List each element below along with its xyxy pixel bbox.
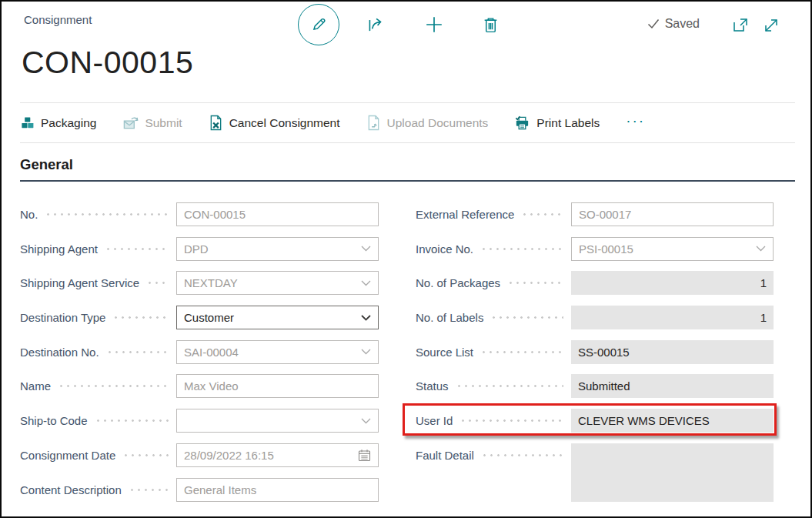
name-field: Max Video bbox=[176, 374, 379, 398]
field-row-destination-type: Destination Type Customer bbox=[20, 306, 379, 329]
edit-button[interactable] bbox=[298, 4, 339, 45]
field-label: External Reference bbox=[416, 202, 514, 226]
consignment-date-field: 28/09/2022 16:15 bbox=[176, 443, 379, 467]
field-row-no-of-labels: No. of Labels 1 bbox=[416, 306, 774, 329]
action-bar: Packaging Submit Cancel C bbox=[20, 103, 645, 142]
dotted-leader bbox=[480, 340, 563, 364]
divider bbox=[20, 142, 795, 143]
field-label: Fault Detail bbox=[416, 443, 474, 467]
content-description-field: General Items bbox=[176, 478, 379, 502]
submit-icon bbox=[122, 115, 139, 131]
saved-label: Saved bbox=[665, 17, 700, 31]
ship-to-code-dropdown bbox=[176, 409, 379, 433]
upload-documents-icon bbox=[366, 115, 381, 131]
dotted-leader bbox=[480, 237, 563, 261]
action-label: Print Labels bbox=[536, 116, 600, 130]
packaging-button[interactable]: Packaging bbox=[20, 115, 96, 130]
action-label: Upload Documents bbox=[387, 116, 489, 130]
pencil-icon bbox=[310, 16, 327, 33]
field-row-consignment-date: Consignment Date 28/09/2022 16:15 bbox=[20, 443, 379, 467]
page-title: CON-00015 bbox=[22, 45, 193, 81]
calendar-icon bbox=[358, 449, 371, 462]
field-label: No. of Labels bbox=[416, 306, 483, 329]
field-row-shipping-agent-service: Shipping Agent Service NEXTDAY bbox=[20, 271, 379, 295]
delete-button[interactable] bbox=[480, 14, 501, 35]
destination-no-dropdown: SAI-00004 bbox=[176, 340, 379, 364]
dotted-leader bbox=[105, 237, 169, 261]
dotted-leader bbox=[45, 202, 169, 226]
plus-icon bbox=[425, 15, 443, 34]
section-title: General bbox=[20, 156, 795, 173]
dotted-leader bbox=[122, 443, 169, 467]
shipping-agent-dropdown: DPD bbox=[176, 237, 379, 261]
source-list-value: SS-00015 bbox=[571, 340, 774, 364]
field-row-external-reference: External Reference SO-00017 bbox=[416, 202, 774, 226]
fault-detail-value bbox=[571, 443, 774, 502]
field-row-no: No. CON-00015 bbox=[20, 202, 379, 226]
user-id-value: CLEVER WMS DEVICES bbox=[571, 409, 774, 433]
dotted-leader bbox=[146, 271, 169, 295]
dotted-leader bbox=[490, 306, 563, 329]
save-status: Saved bbox=[647, 17, 700, 31]
action-label: Packaging bbox=[41, 116, 96, 130]
no-field: CON-00015 bbox=[176, 202, 379, 226]
action-label: Cancel Consignment bbox=[229, 116, 340, 130]
external-reference-field: SO-00017 bbox=[571, 202, 774, 226]
share-button[interactable] bbox=[365, 14, 386, 35]
submit-button: Submit bbox=[122, 115, 182, 131]
no-of-labels-value: 1 bbox=[571, 306, 774, 329]
packaging-icon bbox=[20, 115, 35, 130]
general-fields: No. CON-00015 Shipping Agent DPD Shippin… bbox=[20, 202, 774, 513]
no-of-packages-value: 1 bbox=[571, 271, 774, 295]
field-label: Name bbox=[20, 374, 51, 398]
invoice-no-dropdown: PSI-00015 bbox=[571, 237, 774, 261]
print-labels-button[interactable]: Print Labels bbox=[514, 115, 600, 131]
status-value: Submitted bbox=[571, 374, 774, 398]
dotted-leader bbox=[459, 409, 563, 433]
field-label: User Id bbox=[416, 409, 453, 433]
field-row-status: Status Submitted bbox=[416, 374, 774, 398]
dotted-leader bbox=[521, 202, 563, 226]
shipping-agent-service-dropdown: NEXTDAY bbox=[176, 271, 379, 295]
new-button[interactable] bbox=[423, 14, 445, 35]
field-label: Ship-to Code bbox=[20, 409, 88, 433]
field-label: Consignment Date bbox=[20, 443, 115, 467]
cancel-consignment-button[interactable]: Cancel Consignment bbox=[209, 115, 340, 131]
field-label: Shipping Agent bbox=[20, 237, 98, 261]
page-caption: Consignment bbox=[24, 13, 92, 26]
general-section-header[interactable]: General bbox=[20, 156, 795, 182]
chevron-down-icon bbox=[361, 349, 371, 355]
more-options-button[interactable]: ··· bbox=[626, 113, 645, 132]
action-label: Submit bbox=[145, 116, 182, 130]
field-row-fault-detail: Fault Detail bbox=[416, 443, 774, 502]
dotted-leader bbox=[456, 374, 563, 398]
destination-type-dropdown[interactable]: Customer bbox=[176, 306, 379, 329]
chevron-down-icon bbox=[361, 418, 371, 424]
maximize-button[interactable] bbox=[761, 15, 781, 35]
chevron-down-icon bbox=[361, 246, 371, 252]
upload-documents-button: Upload Documents bbox=[366, 115, 489, 131]
field-row-shipping-agent: Shipping Agent DPD bbox=[20, 237, 379, 261]
cancel-consignment-icon bbox=[209, 115, 223, 131]
field-label: Destination No. bbox=[20, 340, 99, 364]
dotted-leader bbox=[106, 340, 169, 364]
field-row-content-description: Content Description General Items bbox=[20, 478, 379, 502]
open-in-new-window-button[interactable] bbox=[730, 15, 750, 35]
dotted-leader bbox=[481, 443, 563, 467]
field-label: No. bbox=[20, 202, 38, 226]
dotted-leader bbox=[95, 409, 169, 433]
share-icon bbox=[366, 15, 386, 35]
dotted-leader bbox=[58, 374, 169, 398]
chevron-down-icon bbox=[756, 246, 766, 252]
consignment-card-window: Consignment bbox=[0, 0, 812, 518]
field-label: Invoice No. bbox=[416, 237, 473, 261]
field-label: Status bbox=[416, 374, 449, 398]
field-row-destination-no: Destination No. SAI-00004 bbox=[20, 340, 379, 364]
field-label: Shipping Agent Service bbox=[20, 271, 139, 295]
field-label: Content Description bbox=[20, 478, 122, 502]
field-row-source-list: Source List SS-00015 bbox=[416, 340, 774, 364]
dotted-leader bbox=[129, 478, 169, 502]
field-label: Source List bbox=[416, 340, 473, 364]
chevron-down-icon bbox=[361, 315, 371, 321]
fields-column-left: No. CON-00015 Shipping Agent DPD Shippin… bbox=[20, 202, 379, 513]
